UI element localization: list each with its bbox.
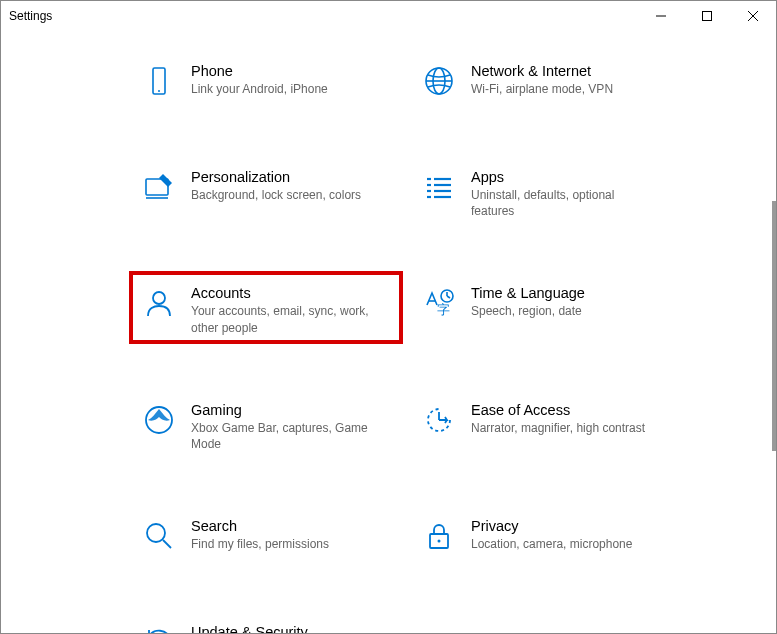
settings-item-ease-of-access[interactable]: Ease of Access Narrator, magnifier, high… — [411, 390, 681, 458]
personalization-icon — [137, 165, 181, 209]
settings-grid: Phone Link your Android, iPhone Network … — [1, 31, 776, 633]
phone-icon — [137, 59, 181, 103]
window-title: Settings — [9, 9, 52, 23]
item-desc: Find my files, permissions — [191, 536, 371, 552]
item-desc: Your accounts, email, sync, work, other … — [191, 303, 371, 335]
apps-icon — [417, 165, 461, 209]
lock-icon — [417, 514, 461, 558]
item-desc: Background, lock screen, colors — [191, 187, 371, 203]
svg-point-5 — [158, 90, 160, 92]
item-title: Search — [191, 518, 395, 534]
scrollbar-thumb[interactable] — [772, 201, 776, 451]
settings-item-update-security[interactable]: Update & Security Windows Update, recove… — [131, 612, 401, 633]
window-controls — [638, 1, 776, 31]
svg-point-27 — [147, 524, 165, 542]
time-language-icon: 字 — [417, 281, 461, 325]
item-desc: Uninstall, defaults, optional features — [471, 187, 651, 219]
item-title: Privacy — [471, 518, 675, 534]
settings-item-apps[interactable]: Apps Uninstall, defaults, optional featu… — [411, 157, 681, 225]
svg-point-19 — [153, 292, 165, 304]
settings-item-privacy[interactable]: Privacy Location, camera, microphone — [411, 506, 681, 564]
item-title: Apps — [471, 169, 675, 185]
titlebar: Settings — [1, 1, 776, 31]
svg-rect-1 — [703, 12, 712, 21]
item-desc: Speech, region, date — [471, 303, 651, 319]
svg-line-24 — [447, 296, 450, 298]
scrollbar[interactable] — [772, 31, 776, 633]
settings-item-accounts[interactable]: Accounts Your accounts, email, sync, wor… — [131, 273, 401, 341]
item-title: Personalization — [191, 169, 395, 185]
svg-point-30 — [438, 540, 441, 543]
settings-item-network[interactable]: Network & Internet Wi-Fi, airplane mode,… — [411, 51, 681, 109]
item-desc: Narrator, magnifier, high contrast — [471, 420, 651, 436]
gaming-icon — [137, 398, 181, 442]
item-desc: Wi-Fi, airplane mode, VPN — [471, 81, 651, 97]
globe-icon — [417, 59, 461, 103]
minimize-button[interactable] — [638, 1, 684, 31]
svg-text:字: 字 — [437, 302, 450, 317]
update-icon — [137, 620, 181, 633]
settings-item-phone[interactable]: Phone Link your Android, iPhone — [131, 51, 401, 109]
item-desc: Location, camera, microphone — [471, 536, 651, 552]
close-button[interactable] — [730, 1, 776, 31]
item-title: Network & Internet — [471, 63, 675, 79]
item-title: Accounts — [191, 285, 395, 301]
settings-item-search[interactable]: Search Find my files, permissions — [131, 506, 401, 564]
item-title: Update & Security — [191, 624, 395, 633]
item-title: Time & Language — [471, 285, 675, 301]
ease-of-access-icon — [417, 398, 461, 442]
maximize-button[interactable] — [684, 1, 730, 31]
svg-line-28 — [163, 540, 171, 548]
search-icon — [137, 514, 181, 558]
settings-item-gaming[interactable]: Gaming Xbox Game Bar, captures, Game Mod… — [131, 390, 401, 458]
item-desc: Link your Android, iPhone — [191, 81, 371, 97]
item-title: Gaming — [191, 402, 395, 418]
item-title: Ease of Access — [471, 402, 675, 418]
item-title: Phone — [191, 63, 395, 79]
settings-item-time-language[interactable]: 字 Time & Language Speech, region, date — [411, 273, 681, 341]
settings-item-personalization[interactable]: Personalization Background, lock screen,… — [131, 157, 401, 225]
item-desc: Xbox Game Bar, captures, Game Mode — [191, 420, 371, 452]
person-icon — [137, 281, 181, 325]
